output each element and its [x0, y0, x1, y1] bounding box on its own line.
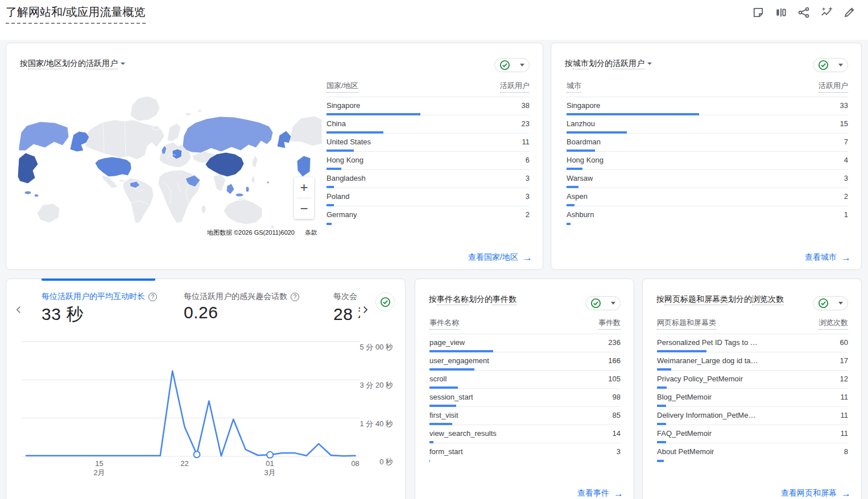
row-label: Boardman — [567, 138, 601, 146]
metric-value: 0.26 — [184, 303, 299, 322]
arrow-right-icon: → — [841, 253, 851, 263]
row-value: 98 — [613, 393, 621, 401]
events-data-quality-button[interactable] — [585, 296, 621, 310]
comparison-button[interactable] — [773, 5, 788, 20]
carousel-next-button[interactable] — [360, 305, 370, 317]
table-row: Hong Kong4 — [567, 152, 848, 170]
insights-button[interactable] — [819, 5, 834, 20]
cities-card-title[interactable]: 按城市划分的活跃用户 — [565, 59, 652, 69]
table-row: United States11 — [326, 134, 530, 152]
view-pages-link[interactable]: 查看网页和屏幕→ — [781, 488, 851, 498]
column-header-dimension[interactable]: 事件名称 — [429, 318, 459, 330]
carousel-prev-button[interactable] — [14, 305, 24, 317]
row-value: 11 — [841, 411, 849, 419]
chevron-left-icon — [14, 305, 24, 315]
row-value: 166 — [608, 356, 621, 365]
view-countries-link[interactable]: 查看国家/地区→ — [468, 252, 532, 263]
map-zoom-in-button[interactable]: + — [294, 177, 314, 198]
column-header-metric[interactable]: 活跃用户 — [819, 81, 848, 93]
comparison-icon — [775, 6, 787, 19]
metric-tab-engaged-sessions-per-user[interactable]: 每位活跃用户的感兴趣会话数? 0.26 — [184, 292, 299, 322]
svg-text:1 分 40 秒: 1 分 40 秒 — [359, 419, 393, 428]
countries-table: 国家/地区 活跃用户 Singapore38China23United Stat… — [326, 76, 530, 224]
countries-card-title[interactable]: 按国家/地区划分的活跃用户 — [20, 59, 125, 69]
map-attribution-bar: 地图数据 ©2026 GS(2011)6020 条款 — [205, 228, 319, 238]
view-events-link[interactable]: 查看事件→ — [577, 488, 623, 498]
help-icon[interactable]: ? — [148, 293, 157, 301]
insights-icon — [820, 6, 833, 19]
svg-text:3月: 3月 — [264, 468, 275, 477]
help-icon[interactable]: ? — [291, 293, 299, 301]
svg-text:08: 08 — [351, 459, 359, 468]
row-label: form_start — [429, 447, 463, 456]
column-header-dimension[interactable]: 城市 — [567, 81, 581, 93]
row-value: 33 — [840, 101, 848, 110]
row-label: Weimaraner_Large dog id ta… — [657, 356, 758, 365]
row-label: Lanzhou — [567, 119, 595, 128]
check-circle-icon — [590, 298, 601, 309]
row-value: 1 — [844, 210, 848, 219]
table-row: Singapore38 — [326, 97, 530, 115]
pages-card-title[interactable]: 按网页标题和屏幕类划分的浏览次数 — [656, 294, 784, 305]
row-label: Blog_PetMemoir — [657, 393, 712, 401]
note-icon — [752, 6, 764, 19]
row-label: Hong Kong — [326, 156, 363, 164]
row-label: Singapore — [567, 101, 600, 110]
pages-table: 网页标题和屏幕类 浏览次数 Personalized Pet ID Tags t… — [657, 313, 848, 461]
table-row: Warsaw3 — [567, 170, 848, 188]
edit-button[interactable] — [841, 5, 857, 20]
table-row: Personalized Pet ID Tags to …60 — [657, 334, 848, 352]
svg-text:2月: 2月 — [93, 468, 105, 477]
note-button[interactable] — [750, 5, 766, 20]
row-label: Warsaw — [567, 174, 593, 182]
edit-icon — [843, 6, 855, 19]
metric-tab-avg-engagement-time[interactable]: 每位活跃用户的平均互动时长? 33 秒 — [42, 292, 157, 326]
pages-data-quality-button[interactable] — [813, 296, 848, 310]
row-value: 12 — [840, 375, 848, 383]
column-header-metric[interactable]: 事件数 — [598, 318, 621, 330]
column-header-metric[interactable]: 活跃用户 — [500, 81, 530, 93]
row-label: Personalized Pet ID Tags to … — [657, 338, 758, 347]
page-header: 了解网站和/或应用流量概览 — [0, 0, 868, 40]
chevron-down-icon — [611, 302, 615, 305]
events-card-title[interactable]: 按事件名称划分的事件数 — [429, 294, 516, 305]
table-row: form_start3 — [429, 443, 621, 461]
row-label: scroll — [429, 375, 447, 383]
row-value: 105 — [608, 375, 621, 383]
row-value: 236 — [608, 338, 621, 347]
share-icon — [797, 6, 810, 19]
chevron-down-icon — [520, 64, 524, 66]
countries-data-quality-button[interactable] — [494, 58, 530, 72]
table-row: view_search_results14 — [429, 425, 621, 443]
svg-text:15: 15 — [95, 459, 103, 468]
column-header-metric[interactable]: 浏览次数 — [819, 318, 848, 330]
row-label: view_search_results — [429, 429, 497, 438]
table-row: Ashburn1 — [567, 206, 848, 224]
row-bar — [429, 460, 430, 462]
column-header-dimension[interactable]: 网页标题和屏幕类 — [657, 318, 716, 330]
view-cities-link[interactable]: 查看城市→ — [805, 252, 851, 263]
row-value: 8 — [844, 447, 848, 456]
active-tab-indicator — [42, 278, 155, 281]
column-header-dimension[interactable]: 国家/地区 — [326, 81, 358, 93]
engagement-line-chart: 5 分 00 秒3 分 20 秒1 分 40 秒0 秒152月22013月08 — [6, 336, 405, 499]
engagement-data-quality-button[interactable] — [375, 292, 395, 311]
map-attribution: 地图数据 ©2026 GS(2011)6020 — [205, 228, 296, 238]
metric-value: 28 秒 — [333, 303, 360, 326]
world-map[interactable]: + − 地图数据 ©2026 GS(2011)6020 条款 — [18, 92, 322, 236]
map-zoom-out-button[interactable]: − — [294, 198, 314, 219]
row-label: Singapore — [326, 101, 360, 110]
map-terms-link[interactable]: 条款 — [303, 228, 319, 238]
page-title[interactable]: 了解网站和/或应用流量概览 — [6, 5, 146, 24]
arrow-right-icon: → — [841, 489, 851, 498]
metric-tab-truncated[interactable]: 每次会 28 秒 — [333, 292, 360, 326]
chevron-down-icon — [647, 63, 652, 65]
row-value: 3 — [526, 174, 530, 182]
row-value: 85 — [613, 411, 621, 419]
share-button[interactable] — [796, 5, 811, 20]
row-value: 38 — [522, 101, 530, 110]
table-row: Delivery Information_PetMe…11 — [657, 407, 848, 425]
table-row: FAQ_PetMemoir11 — [657, 425, 848, 443]
cities-data-quality-button[interactable] — [813, 58, 848, 72]
row-value: 23 — [522, 119, 530, 128]
